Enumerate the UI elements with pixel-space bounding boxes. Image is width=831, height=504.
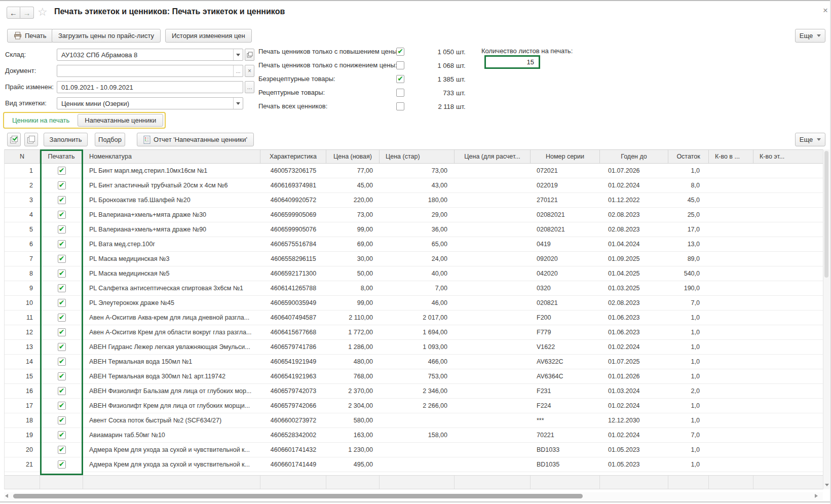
print-checkbox[interactable]: ✔: [58, 372, 66, 380]
print-checkbox[interactable]: ✔: [58, 314, 66, 322]
scroll-left-button[interactable]: [5, 494, 8, 498]
check-icon: ✔: [59, 284, 65, 291]
print-checkbox[interactable]: ✔: [58, 181, 66, 189]
more-button-top[interactable]: Еще: [795, 29, 825, 43]
table-row[interactable]: 13✔АВЕН Гидранс Лежер легкая увлажняющая…: [5, 340, 823, 355]
cell-checkbox: ✔: [40, 237, 83, 251]
label-kind-dropdown-icon[interactable]: [233, 98, 243, 109]
cell-price-calc: [455, 222, 531, 237]
table-row[interactable]: 5✔PL Валериана+хмель+мята драже №9046065…: [5, 222, 823, 237]
print-checkbox[interactable]: ✔: [58, 240, 66, 248]
filter-checkbox-price-down[interactable]: ✔: [396, 61, 404, 69]
print-checkbox[interactable]: ✔: [58, 358, 66, 366]
price-history-button[interactable]: История изменения цен: [165, 29, 252, 43]
print-checkbox[interactable]: ✔: [58, 431, 66, 439]
price-changed-choose-button[interactable]: ...: [245, 81, 254, 93]
cell-qty-pack: [709, 340, 753, 354]
document-choose-icon[interactable]: ...: [233, 65, 243, 76]
print-button[interactable]: Печать: [7, 29, 53, 43]
cell-price-new: 220,00: [326, 193, 380, 207]
scroll-right-button[interactable]: [815, 494, 818, 498]
label-kind-input[interactable]: Ценник мини (Озерки): [57, 97, 243, 109]
print-checkbox[interactable]: ✔: [58, 446, 66, 454]
cell-price-calc: [455, 266, 531, 281]
close-icon[interactable]: ×: [823, 6, 828, 15]
table-row[interactable]: 2✔PL Бинт эластичный трубчатый 20см х 4с…: [5, 178, 823, 193]
print-checkbox[interactable]: ✔: [58, 255, 66, 263]
printed-tags-report-button[interactable]: Отчет 'Напечатанные ценники': [137, 133, 254, 146]
cell-series: 020821: [531, 296, 600, 310]
pick-button[interactable]: Подбор: [95, 133, 125, 146]
print-checkbox[interactable]: ✔: [58, 284, 66, 292]
nav-forward-button[interactable]: →: [20, 7, 34, 19]
filter-checkbox-rx[interactable]: ✔: [396, 89, 404, 97]
vertical-scrollbar-thumb[interactable]: [824, 151, 828, 278]
table-row[interactable]: 3✔PL Бронхоактив таб.Шалфей №20460640992…: [5, 193, 823, 208]
table-row[interactable]: 4✔PL Валериана+хмель+мята драже №3046065…: [5, 208, 823, 222]
table-row[interactable]: 12✔Авен А-Окситив Крем для области вокру…: [5, 325, 823, 340]
table-row[interactable]: 20✔Адмера Крем для ухода за сухой и чувс…: [5, 443, 823, 457]
price-changed-input[interactable]: 01.09.2021 - 10.09.2021: [57, 81, 243, 93]
table-row[interactable]: 19✔Авиамарин таб.50мг №10460652834200216…: [5, 428, 823, 443]
table-row[interactable]: 9✔PL Салфетка антисептическая спиртовая …: [5, 281, 823, 296]
print-checkbox[interactable]: ✔: [58, 299, 66, 307]
fill-button[interactable]: Заполнить: [44, 133, 88, 146]
document-input[interactable]: ...: [57, 65, 243, 77]
table-row[interactable]: 1✔PL Бинт марл.мед.стерил.10мх16см №1460…: [5, 164, 823, 178]
print-checkbox[interactable]: ✔: [58, 343, 66, 351]
column-header-print: Печатать: [40, 150, 83, 163]
table-row[interactable]: ✔: [5, 472, 823, 475]
horizontal-scrollbar-thumb[interactable]: [13, 494, 583, 498]
tab-printed-price-tags[interactable]: Напечатанные ценники: [78, 114, 163, 127]
horizontal-scrollbar[interactable]: [4, 492, 823, 500]
more-button-table[interactable]: Еще: [795, 133, 825, 146]
filter-checkbox-otc[interactable]: ✔: [396, 75, 404, 83]
print-checkbox[interactable]: ✔: [58, 167, 66, 175]
sklad-dropdown-icon[interactable]: [233, 49, 243, 60]
table-row[interactable]: 6✔PL Вата мед.стер.100г460657551678469,0…: [5, 237, 823, 252]
scroll-down-button[interactable]: [823, 481, 830, 488]
filter-checkbox-all[interactable]: ✔: [396, 102, 404, 110]
sklad-open-button[interactable]: [245, 49, 254, 61]
table-row[interactable]: 11✔Авен А-Окситив Аква-крем для лица дне…: [5, 311, 823, 325]
table-row[interactable]: 8✔PL Маска медицинская №5460659217130050…: [5, 266, 823, 281]
column-header-price-new: Цена (новая): [326, 150, 380, 163]
cell-qty-labels: [753, 457, 823, 472]
table-row[interactable]: 16✔АВЕН Физиолифт Бальзам для лица от гл…: [5, 384, 823, 399]
table-row[interactable]: 15✔АВЕН Термальная вода 300мл №1 арт.119…: [5, 369, 823, 384]
print-checkbox[interactable]: ✔: [58, 211, 66, 219]
cell-barcode: 4606409920572: [260, 193, 326, 207]
tab-price-tags-to-print[interactable]: Ценники на печать: [6, 114, 76, 127]
print-checkbox[interactable]: ✔: [58, 225, 66, 234]
nav-back-button[interactable]: ←: [7, 7, 20, 19]
cell-barcode: 4606541921963: [260, 369, 326, 383]
table-row[interactable]: 7✔PL Маска медицинская №3460655829611530…: [5, 252, 823, 266]
load-prices-button[interactable]: Загрузить цены по прайс-листу: [52, 29, 161, 43]
print-checkbox[interactable]: ✔: [58, 416, 66, 424]
print-checkbox[interactable]: ✔: [58, 460, 66, 469]
print-checkbox[interactable]: ✔: [58, 269, 66, 278]
table-row[interactable]: 21✔Адмера Крем для ухода за сухой и чувс…: [5, 457, 823, 472]
table-row[interactable]: 14✔АВЕН Термальная вода 150мл №146065419…: [5, 355, 823, 369]
table-row[interactable]: 10✔PL Элеутерококк драже №45460659003594…: [5, 296, 823, 311]
filter-checkbox-price-up[interactable]: ✔: [396, 48, 404, 56]
cell-barcode: 4606599905076: [260, 222, 326, 237]
cell-expires: 01.04.2025: [600, 266, 668, 281]
sheets-count-input[interactable]: 15: [484, 55, 540, 69]
print-checkbox[interactable]: ✔: [58, 196, 66, 204]
clear-all-flags-button[interactable]: [24, 133, 38, 146]
table-row[interactable]: 17✔АВЕН Физиолифт Крем для лица от глубо…: [5, 399, 823, 413]
print-checkbox[interactable]: ✔: [58, 387, 66, 395]
cell-expires: 01.07.2026: [600, 164, 668, 178]
document-clear-button[interactable]: ×: [245, 65, 254, 77]
cell-qty-pack: [709, 222, 753, 237]
favorite-star-icon[interactable]: ☆: [37, 7, 48, 18]
set-all-flags-button[interactable]: [7, 133, 21, 146]
vertical-scrollbar[interactable]: [823, 149, 829, 489]
sheets-count-label: Количество листов на печать:: [481, 47, 573, 55]
table-row[interactable]: 18✔Авент Соска поток быстрый №2 (SCF634/…: [5, 413, 823, 428]
print-checkbox[interactable]: ✔: [58, 402, 66, 410]
print-checkbox[interactable]: ✔: [58, 328, 66, 336]
check-icon: ✔: [59, 402, 65, 409]
sklad-input[interactable]: АУ1032 СПб Абрамова 8: [57, 49, 243, 61]
